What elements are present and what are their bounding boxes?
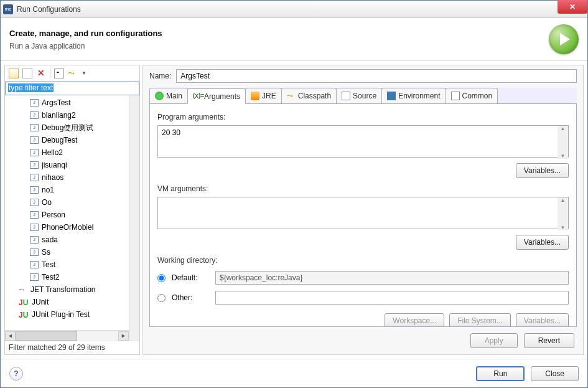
right-panel: Name: Main (x)=Arguments JRE ⤳Classpath … xyxy=(142,65,584,355)
header-title: Create, manage, and run configurations xyxy=(9,29,549,38)
other-radio[interactable] xyxy=(157,294,166,302)
collapse-all-icon[interactable] xyxy=(54,69,64,78)
java-app-icon xyxy=(30,136,39,144)
java-app-icon xyxy=(30,199,39,206)
dropdown-arrow-icon[interactable]: ▼ xyxy=(82,70,86,76)
run-large-icon xyxy=(549,24,579,54)
window-title: Run Configurations xyxy=(17,5,585,14)
main-tab-icon xyxy=(155,92,164,100)
left-toolbar: ✕ ⤳ ▼ xyxy=(5,65,139,82)
filesystem-button[interactable]: File System... xyxy=(449,313,511,327)
tree-item[interactable]: PhoneOrMobiel xyxy=(5,221,129,234)
filter-input[interactable]: type filter text xyxy=(5,82,139,95)
java-app-icon xyxy=(30,149,39,156)
junit-plugin-icon: JU xyxy=(19,311,29,318)
left-panel: ✕ ⤳ ▼ type filter text ArgsTest bianlian… xyxy=(4,65,140,355)
tree-item[interactable]: Hello2 xyxy=(5,146,129,159)
header: Create, manage, and run configurations R… xyxy=(1,18,587,61)
scroll-thumb[interactable] xyxy=(16,331,77,341)
horizontal-scrollbar[interactable]: ◄ ► xyxy=(5,330,129,341)
java-app-icon xyxy=(30,273,39,281)
delete-config-icon[interactable]: ✕ xyxy=(36,69,46,78)
name-input[interactable] xyxy=(176,69,577,83)
arguments-panel: Program arguments: ▲▼ Variables... VM ar… xyxy=(149,104,577,327)
java-app-icon xyxy=(30,211,39,219)
revert-button[interactable]: Revert xyxy=(524,333,574,348)
java-app-icon xyxy=(30,161,39,169)
tab-source[interactable]: Source xyxy=(336,88,382,103)
tree-item[interactable]: sada xyxy=(5,234,129,246)
environment-tab-icon xyxy=(387,92,396,100)
java-app-icon xyxy=(30,224,39,231)
name-label: Name: xyxy=(149,72,171,80)
junit-icon: JU xyxy=(19,298,29,306)
java-app-icon xyxy=(30,99,39,106)
vertical-scrollbar[interactable] xyxy=(129,95,139,341)
scroll-left-icon[interactable]: ◄ xyxy=(5,331,16,341)
tab-arguments[interactable]: (x)=Arguments xyxy=(187,88,246,104)
duplicate-config-icon[interactable] xyxy=(22,69,32,78)
filter-icon[interactable]: ⤳ xyxy=(68,69,78,78)
close-button[interactable]: Close xyxy=(531,366,579,381)
workspace-button[interactable]: Workspace... xyxy=(385,313,444,327)
java-app-icon xyxy=(30,236,39,244)
jet-icon: ⤳ xyxy=(19,286,27,293)
tab-environment[interactable]: Environment xyxy=(381,88,446,103)
apply-button[interactable]: Apply xyxy=(470,333,518,348)
other-dir-field[interactable] xyxy=(215,291,569,305)
textarea-scrollbar[interactable]: ▲▼ xyxy=(558,126,568,159)
tree-item[interactable]: bianliang2 xyxy=(5,109,129,121)
tab-common[interactable]: Common xyxy=(446,88,498,103)
java-app-icon xyxy=(30,248,39,256)
common-tab-icon xyxy=(451,92,460,100)
tree-item-jet[interactable]: ⤳JET Transformation xyxy=(5,283,129,296)
tree-item[interactable]: Person xyxy=(5,209,129,221)
source-tab-icon xyxy=(342,92,350,100)
scroll-right-icon[interactable]: ► xyxy=(118,331,129,341)
tree-item[interactable]: no1 xyxy=(5,184,129,196)
vm-args-textarea[interactable] xyxy=(157,197,569,229)
tree-item-junit-plugin[interactable]: JUJUnit Plug-in Test xyxy=(5,308,129,321)
java-app-icon xyxy=(30,111,39,119)
tree-item[interactable]: ArgsTest xyxy=(5,97,129,109)
tree-item[interactable]: Ss xyxy=(5,246,129,258)
program-args-label: Program arguments: xyxy=(157,113,569,121)
new-config-icon[interactable] xyxy=(9,69,19,78)
default-radio[interactable] xyxy=(157,274,166,282)
close-icon[interactable]: ✕ xyxy=(558,0,587,14)
program-variables-button[interactable]: Variables... xyxy=(516,163,569,178)
toolbar-separator xyxy=(50,69,50,78)
tree-item[interactable]: Debug使用测试 xyxy=(5,121,129,134)
textarea-scrollbar[interactable]: ▲▼ xyxy=(558,197,568,230)
app-icon: me xyxy=(3,4,13,14)
vm-variables-button[interactable]: Variables... xyxy=(516,235,569,250)
config-tree[interactable]: ArgsTest bianliang2 Debug使用测试 DebugTest … xyxy=(5,95,129,330)
java-app-icon xyxy=(30,186,39,194)
tab-main[interactable]: Main xyxy=(149,88,188,103)
java-app-icon xyxy=(30,124,39,131)
tree-item-junit[interactable]: JUJUnit xyxy=(5,296,129,308)
footer: ? Run Close xyxy=(1,359,587,387)
wd-variables-button[interactable]: Variables... xyxy=(516,313,569,327)
tree-item[interactable]: jisuanqi xyxy=(5,159,129,171)
arguments-tab-icon: (x)= xyxy=(193,92,202,101)
run-config-dialog: me Run Configurations ✕ Create, manage, … xyxy=(0,0,588,388)
tree-item[interactable]: Oo xyxy=(5,196,129,209)
jre-tab-icon xyxy=(251,92,259,100)
tab-classpath[interactable]: ⤳Classpath xyxy=(281,88,337,103)
tree-item[interactable]: Test2 xyxy=(5,271,129,283)
program-args-textarea[interactable] xyxy=(157,125,569,158)
tree-item[interactable]: nihaos xyxy=(5,171,129,184)
default-dir-field xyxy=(215,271,569,285)
help-icon[interactable]: ? xyxy=(9,367,23,381)
tab-jre[interactable]: JRE xyxy=(245,88,282,103)
tree-item[interactable]: DebugTest xyxy=(5,134,129,146)
java-app-icon xyxy=(30,261,39,268)
run-button[interactable]: Run xyxy=(476,366,525,381)
working-dir-label: Working directory: xyxy=(157,256,569,265)
titlebar: me Run Configurations ✕ xyxy=(1,1,587,18)
java-app-icon xyxy=(30,174,39,181)
header-subtitle: Run a Java application xyxy=(9,42,549,50)
tabs: Main (x)=Arguments JRE ⤳Classpath Source… xyxy=(149,88,577,104)
tree-item[interactable]: Test xyxy=(5,258,129,271)
